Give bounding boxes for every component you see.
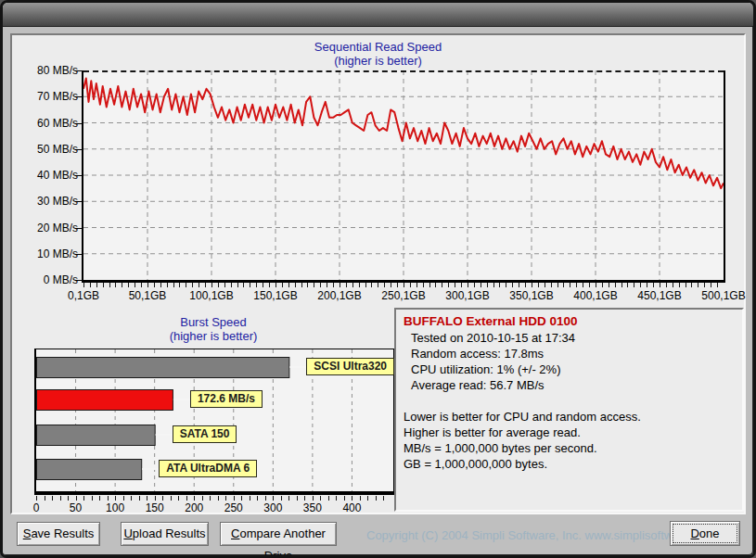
- burst-x-axis-minor-ticks: [36, 496, 391, 501]
- seq-y-tick-mark: [75, 201, 82, 202]
- seq-y-tick-label: 20 MB/s: [30, 222, 78, 235]
- title-bar[interactable]: HD Tach version 3.0.4.0 - For non-commer…: [3, 3, 753, 27]
- note-lower-better: Lower is better for CPU and random acces…: [404, 409, 735, 425]
- chart-title-text: Burst Speed: [34, 315, 392, 329]
- seq-y-tick-mark: [75, 175, 82, 176]
- seq-y-tick-label: 30 MB/s: [30, 195, 78, 208]
- hdtach-window: HD Tach version 3.0.4.0 - For non-commer…: [0, 0, 756, 558]
- seq-x-tick-label: 50,1GB: [118, 289, 177, 302]
- drive-name: BUFFALO External HDD 0100: [404, 313, 735, 330]
- seq-plot-top-gridline: [83, 70, 724, 72]
- burst-bar-label: 172.6 MB/s: [190, 390, 263, 408]
- seq-y-tick-mark: [75, 123, 82, 124]
- average-read-line: Average read: 56.7 MB/s: [404, 377, 735, 393]
- tested-on-line: Tested on 2010-10-15 at 17:34: [404, 330, 735, 346]
- copyright-text: Copyright (C) 2004 Simpli Software, Inc.…: [366, 528, 716, 542]
- seq-y-tick-mark: [75, 70, 82, 71]
- seq-x-tick-label: 350,1GB: [502, 289, 561, 302]
- seq-y-tick-label: 50 MB/s: [30, 143, 78, 156]
- compare-another-drive-label: Compare Another Drive: [221, 523, 336, 558]
- save-results-label: Save Results: [18, 523, 99, 545]
- burst-bar-label: SATA 150: [173, 425, 237, 443]
- seq-y-tick-mark: [75, 228, 82, 229]
- note-higher-better: Higher is better for average read.: [404, 425, 735, 440]
- seq-y-tick-mark: [75, 280, 82, 281]
- sequential-read-line-chart: [83, 70, 724, 280]
- seq-y-tick-label: 60 MB/s: [30, 117, 78, 130]
- seq-y-tick-mark: [75, 254, 82, 255]
- seq-x-tick-label: 300,1GB: [438, 289, 497, 302]
- seq-y-tick-mark: [75, 149, 82, 150]
- seq-y-tick-label: 10 MB/s: [30, 247, 78, 260]
- seq-x-tick-label: 500,1GB: [694, 289, 753, 302]
- done-button[interactable]: Done: [670, 521, 740, 546]
- results-panel: Sequential Read Speed (higher is better)…: [10, 33, 746, 514]
- compare-another-drive-button[interactable]: Compare Another Drive: [220, 522, 337, 546]
- done-label: Done: [671, 522, 739, 545]
- chart-title-text: Sequential Read Speed: [12, 40, 744, 54]
- seq-y-tick-label: 70 MB/s: [30, 90, 78, 103]
- seq-x-tick-label: 100,1GB: [182, 289, 241, 302]
- seq-y-tick-label: 40 MB/s: [30, 169, 78, 182]
- seq-x-tick-label: 400,1GB: [566, 289, 625, 302]
- seq-y-tick-label: 80 MB/s: [30, 64, 78, 77]
- upload-results-button[interactable]: Upload Results: [121, 522, 209, 546]
- save-results-button[interactable]: Save Results: [17, 522, 100, 546]
- seq-x-tick-label: 0,1GB: [54, 289, 113, 302]
- seq-x-tick-label: 450,1GB: [630, 289, 689, 302]
- drive-info-panel: BUFFALO External HDD 0100 Tested on 2010…: [394, 308, 744, 512]
- cpu-utilization-line: CPU utilization: 1% (+/- 2%): [404, 361, 735, 377]
- upload-results-label: Upload Results: [122, 523, 208, 545]
- burst-bar-label: ATA UltraDMA 6: [159, 460, 257, 477]
- burst-chart-title: Burst Speed (higher is better): [34, 315, 392, 343]
- sequential-read-chart-title: Sequential Read Speed (higher is better): [12, 40, 744, 68]
- burst-x-tick-label: 400: [322, 501, 381, 514]
- chart-subtitle-text: (higher is better): [12, 54, 744, 68]
- seq-y-tick-label: 0 MB/s: [30, 273, 78, 286]
- seq-x-tick-label: 200,1GB: [310, 289, 369, 302]
- sequential-read-plot: [82, 70, 725, 283]
- note-mbs-def: MB/s = 1,000,000 bytes per second.: [404, 440, 735, 456]
- seq-x-tick-label: 150,1GB: [246, 289, 305, 302]
- chart-subtitle-text: (higher is better): [34, 329, 392, 343]
- note-gb-def: GB = 1,000,000,000 bytes.: [404, 456, 735, 472]
- seq-y-tick-mark: [75, 96, 82, 97]
- seq-x-axis-minor-ticks: [83, 283, 724, 287]
- random-access-line: Random access: 17.8ms: [404, 346, 735, 361]
- seq-x-tick-label: 250,1GB: [374, 289, 433, 302]
- burst-bar-label: SCSI Ultra320: [306, 358, 394, 375]
